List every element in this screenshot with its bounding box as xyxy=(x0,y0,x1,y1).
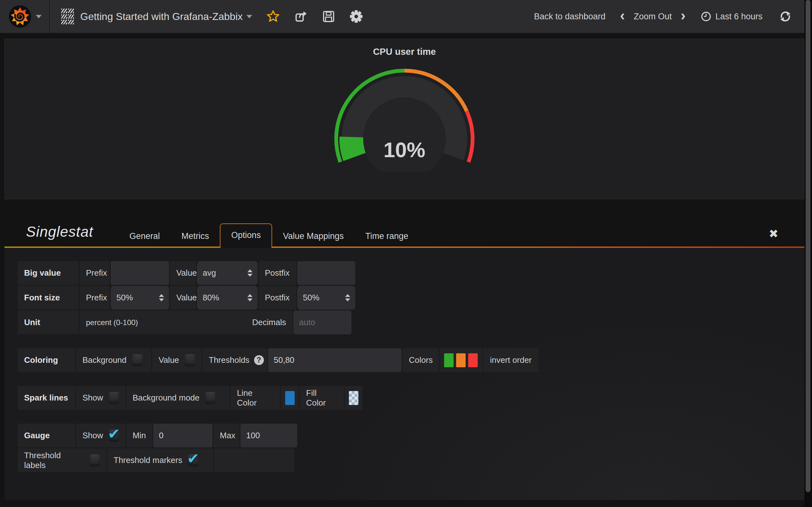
editor-tabs: General Metrics Options Value Mappings T… xyxy=(119,223,419,248)
max-input-cell xyxy=(241,424,297,447)
gauge-show-label: Show xyxy=(83,431,103,441)
thresholds-input[interactable] xyxy=(268,348,402,372)
share-button[interactable] xyxy=(294,9,308,23)
prefix-input-cell xyxy=(111,261,169,285)
svg-text:10%: 10% xyxy=(384,138,425,162)
dashboard-title-caret-icon[interactable] xyxy=(247,15,252,18)
save-button[interactable] xyxy=(322,10,335,23)
empty-cell xyxy=(214,448,294,472)
select-arrows-icon xyxy=(247,269,252,277)
value-options-section: Big value Prefix Value avg Postfix Font … xyxy=(18,261,804,334)
panel-title[interactable]: CPU user time xyxy=(5,39,804,57)
value-label: Value xyxy=(170,261,196,285)
font-prefix-select[interactable]: 50% xyxy=(111,286,169,309)
tab-time-range[interactable]: Time range xyxy=(355,224,419,248)
shift-time-forward-button[interactable]: › xyxy=(681,8,686,25)
font-prefix-selected: 50% xyxy=(116,293,133,302)
gauge-show-checkbox[interactable] xyxy=(109,430,119,442)
spark-background-mode-checkbox[interactable] xyxy=(205,392,215,404)
threshold-color-swatch-red[interactable] xyxy=(468,353,478,367)
coloring-row: Coloring Background Value Thresholds ? C… xyxy=(18,348,804,372)
unit-value-link[interactable]: percent (0-100) xyxy=(86,318,138,327)
unit-cell: percent (0-100) Decimals xyxy=(80,311,293,334)
big-value-label: Big value xyxy=(18,261,79,285)
threshold-labels-checkbox[interactable] xyxy=(90,454,100,466)
threshold-labels-label: Threshold labels xyxy=(24,451,84,470)
settings-button[interactable] xyxy=(349,9,363,23)
time-range-picker[interactable]: Last 6 hours xyxy=(700,10,763,22)
font-size-row: Font size Prefix 50% Value 80% Postfix 5… xyxy=(18,286,804,309)
coloring-background-checkbox[interactable] xyxy=(132,354,142,366)
thresholds-label-cell: Thresholds ? xyxy=(202,348,267,372)
close-editor-button[interactable]: ✖ xyxy=(769,227,778,240)
spark-lines-row: Spark lines Show Background mode Line Co… xyxy=(18,386,804,410)
zoom-out-button[interactable]: Zoom Out xyxy=(634,12,672,21)
panel-type-heading: Singlestat xyxy=(26,223,93,240)
grafana-logo-menu[interactable] xyxy=(0,0,50,33)
decimals-label: Decimals xyxy=(252,318,286,327)
page-scrollbar[interactable] xyxy=(804,0,812,507)
coloring-value-checkbox[interactable] xyxy=(185,354,195,366)
coloring-value-label: Value xyxy=(159,355,179,365)
colors-label: Colors xyxy=(403,348,439,372)
value-stat-selected: avg xyxy=(203,268,216,278)
coloring-label: Coloring xyxy=(18,348,75,372)
select-arrows-icon xyxy=(345,294,350,301)
max-input[interactable] xyxy=(241,424,297,447)
min-label: Min xyxy=(126,424,152,447)
font-value-select[interactable]: 80% xyxy=(197,286,258,309)
threshold-color-swatch-green[interactable] xyxy=(444,353,454,367)
color-swatches-cell xyxy=(440,348,482,372)
help-icon[interactable]: ? xyxy=(254,355,264,365)
tab-general[interactable]: General xyxy=(119,224,171,248)
font-postfix-select[interactable]: 50% xyxy=(297,286,355,309)
font-prefix-label: Prefix xyxy=(80,286,110,309)
navbar: Getting Started with Grafana-Zabbix Back… xyxy=(0,0,812,33)
min-input[interactable] xyxy=(153,424,212,447)
threshold-color-swatch-orange[interactable] xyxy=(456,353,466,367)
navbar-right: Back to dashboard ‹ Zoom Out › Last 6 ho… xyxy=(534,8,792,25)
tab-options[interactable]: Options xyxy=(220,223,272,248)
threshold-markers-checkbox[interactable] xyxy=(188,454,198,466)
threshold-toggles-row: Threshold labels Threshold markers xyxy=(18,448,804,472)
threshold-markers-cell: Threshold markers xyxy=(107,448,213,472)
dashboard-grid-icon[interactable] xyxy=(61,9,74,24)
shift-time-back-button[interactable]: ‹ xyxy=(620,8,625,25)
thresholds-input-cell xyxy=(268,348,402,372)
back-to-dashboard-button[interactable]: Back to dashboard xyxy=(534,12,606,21)
font-size-label: Font size xyxy=(18,286,79,309)
gauge-show-cell: Show xyxy=(76,424,125,447)
star-icon xyxy=(266,9,280,23)
refresh-button[interactable] xyxy=(779,10,792,23)
unit-label: Unit xyxy=(18,311,79,334)
line-color-cell xyxy=(281,386,299,410)
decimals-input[interactable] xyxy=(293,311,351,334)
spark-show-checkbox[interactable] xyxy=(109,392,119,404)
font-value-label: Value xyxy=(170,286,196,309)
dashboard-title[interactable]: Getting Started with Grafana-Zabbix xyxy=(80,11,243,22)
spark-lines-section: Spark lines Show Background mode Line Co… xyxy=(18,386,804,410)
tab-value-mappings[interactable]: Value Mappings xyxy=(272,224,355,248)
line-color-swatch[interactable] xyxy=(285,391,295,405)
spark-background-mode-cell: Background mode xyxy=(126,386,230,410)
unit-row: Unit percent (0-100) Decimals xyxy=(18,311,804,334)
font-postfix-label: Postfix xyxy=(258,286,296,309)
postfix-input[interactable] xyxy=(297,261,355,285)
chevron-down-icon xyxy=(36,15,42,18)
refresh-icon xyxy=(779,10,792,23)
invert-order-link[interactable]: invert order xyxy=(483,348,539,372)
prefix-label: Prefix xyxy=(80,261,110,285)
postfix-input-cell xyxy=(297,261,355,285)
fill-color-swatch[interactable] xyxy=(349,391,358,405)
value-stat-select[interactable]: avg xyxy=(197,261,258,285)
save-icon xyxy=(322,10,335,23)
tab-metrics[interactable]: Metrics xyxy=(171,224,220,248)
spark-background-mode-label: Background mode xyxy=(133,393,200,403)
coloring-background-cell: Background xyxy=(76,348,151,372)
panel-editor-header: Singlestat General Metrics Options Value… xyxy=(4,199,804,248)
scrollbar-thumb[interactable] xyxy=(806,0,810,492)
max-label: Max xyxy=(213,424,240,447)
star-button[interactable] xyxy=(266,9,280,23)
prefix-input[interactable] xyxy=(111,261,169,285)
thresholds-label: Thresholds xyxy=(209,355,250,365)
